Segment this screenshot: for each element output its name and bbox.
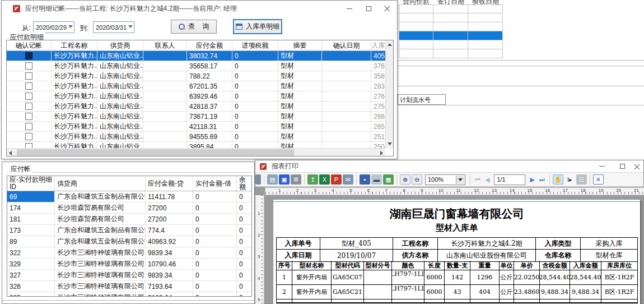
table-row[interactable]: 69 广东合和建筑五金制品有限公司 11411.78 0 0: [7, 191, 251, 202]
table-row[interactable]: 325 长沙市三湘特种玻璃有限公司 9123.64 0 0: [7, 292, 251, 296]
maximize-button[interactable]: [359, 1, 378, 16]
table-row[interactable]: 长沙万科魅力... 山东南山铝业... 67201.35 0 型材 283: [7, 81, 385, 91]
supplier-cell: 山东南山铝业...: [97, 142, 143, 148]
minimize-button[interactable]: [592, 160, 612, 172]
location-cell: B区-1R2F: [601, 285, 637, 299]
confirm-checkbox[interactable]: [25, 72, 32, 80]
stockin-cell: 358: [371, 71, 385, 81]
ruler-number: 1: [278, 188, 281, 193]
confirm-checkbox[interactable]: [25, 62, 32, 70]
confirm-cell: [7, 112, 52, 121]
book-icon[interactable]: ▣: [279, 174, 290, 185]
zoom-select[interactable]: 100%: [425, 174, 465, 185]
table-row[interactable]: 89 广东合和建筑五金制品有限公司 40963.92 0 0: [7, 236, 251, 247]
excel-export-icon[interactable]: X: [319, 174, 330, 185]
close-button[interactable]: [632, 160, 642, 172]
amount-cell: 63929.46: [187, 91, 232, 101]
table-header-row[interactable]: 应-实付款明细ID 供货商 应付金额-贷 实付金额-借 余额: [7, 176, 251, 191]
printer-icon[interactable]: ▤: [267, 174, 278, 185]
table-row[interactable]: 长沙万科魅力... 山东南山铝业... 3895.84 0 型材 250: [7, 142, 385, 148]
confirm-checkbox[interactable]: [25, 82, 32, 90]
confirm-checkbox[interactable]: [25, 103, 32, 110]
subno-cell: [364, 270, 392, 284]
panel-toggle-icon[interactable]: [255, 174, 261, 185]
confirm-checkbox[interactable]: [25, 123, 32, 130]
prev-page-icon[interactable]: ◀: [485, 176, 489, 183]
scroll-right-icon[interactable]: [380, 151, 383, 155]
confirm-checkbox[interactable]: [25, 143, 32, 148]
table-row[interactable]: 181 长沙坦森贸易有限公司 27200 0 0: [7, 214, 251, 225]
text-select-tool-icon[interactable]: I▸: [564, 174, 575, 185]
confirm-checkbox[interactable]: [25, 113, 32, 120]
table-row[interactable]: [399, 13, 503, 22]
ruler-ticks: [261, 195, 263, 304]
query-button[interactable]: 查 询: [171, 20, 217, 34]
titlebar[interactable]: 应付明细记帐------当前工程: 长沙万科魅力之城4.2期------当前用户…: [2, 1, 397, 16]
table-row[interactable]: 329 长沙市三湘特种玻璃有限公司 10790.46 0 0: [7, 259, 251, 270]
from-date-select[interactable]: 2020/02/29: [33, 21, 74, 33]
table-row[interactable]: [399, 49, 503, 58]
next-page-icon[interactable]: ▶: [530, 176, 534, 183]
print-setup-icon[interactable]: ⚙: [291, 174, 301, 185]
table-row[interactable]: [399, 22, 503, 31]
table-row[interactable]: 173 广东合和建筑五金制品有限公司 774.4 0 0: [7, 225, 251, 236]
single-page-icon[interactable]: ▬: [371, 174, 382, 185]
table-row[interactable]: 174 长沙坦森贸易有限公司 27200 0 0: [7, 202, 251, 214]
summary-cell: 型材: [278, 102, 322, 111]
multi-page-icon[interactable]: ▦: [383, 174, 394, 185]
copy-icon[interactable]: ☷: [576, 174, 587, 185]
table-row[interactable]: 长沙万科魅力... 山东南山铝业... 94555.69 0 型材 251: [7, 132, 385, 142]
vertical-scrollbar[interactable]: [385, 40, 393, 148]
confirm-checkbox[interactable]: [25, 133, 32, 140]
horizontal-scrollbar[interactable]: [7, 148, 385, 156]
table-row[interactable]: [399, 4, 503, 13]
summary-cell: 型材: [278, 112, 322, 121]
to-date-select[interactable]: 2020/03/31: [93, 21, 134, 33]
table-row[interactable]: 长沙万科魅力... 山东南山铝业... 73671.19 0 型材 266: [7, 112, 385, 122]
tax-cell: 0: [232, 71, 278, 81]
table-row[interactable]: 326 长沙市三湘特种玻璃有限公司 7193.64 0 0: [7, 281, 251, 292]
table-row[interactable]: 327 长沙市三湘特种玻璃有限公司 9839.34 0 0: [7, 270, 251, 281]
table-row[interactable]: 长沙万科魅力... 山东南山铝业... 35658.17 0 型材 376: [7, 61, 385, 71]
table-header-row[interactable]: 确认记帐 工程名称 供货商 联系人 应付金额 进项税额 摘要 确认日期 入库: [7, 40, 385, 51]
table-row[interactable]: 长沙万科魅力... 山东南山铝业... 38032.74 0 型材 405: [7, 51, 385, 61]
scroll-left-icon[interactable]: [9, 151, 12, 155]
minimize-button[interactable]: [340, 1, 359, 16]
hand-tool-icon[interactable]: ✋: [553, 174, 563, 185]
table-row[interactable]: 长沙万科魅力... 山东南山铝业... 63929.46 0 型材 276: [7, 91, 385, 102]
export-icon[interactable]: ↥: [307, 174, 318, 185]
weight-cell: 1296: [470, 270, 500, 284]
info-value: 2019/10/07: [320, 250, 393, 261]
table-row-selected[interactable]: [399, 31, 503, 40]
col-profile-name: 型材名称: [292, 261, 332, 270]
app-icon: [260, 163, 267, 170]
table-row[interactable]: [399, 40, 503, 49]
vertical-ruler: 12345: [255, 195, 264, 304]
table-row[interactable]: 322 长沙市三湘特种玻璃有限公司 9839.34 0 0: [7, 247, 251, 259]
last-page-icon[interactable]: ⏭: [539, 176, 545, 183]
table-row[interactable]: 长沙万科魅力... 山东南山铝业... 788.22 0 型材 358: [7, 71, 385, 81]
scroll-down-icon[interactable]: [388, 142, 392, 145]
zoom-out-icon[interactable]: ⊖: [412, 174, 422, 185]
mail-icon[interactable]: ✉: [343, 174, 353, 185]
page-number-input[interactable]: 1/1: [494, 174, 525, 185]
titlebar[interactable]: 报表打印: [255, 160, 643, 173]
maximize-button[interactable]: [612, 160, 632, 172]
confirm-checkbox[interactable]: [25, 52, 32, 59]
ruler-number: 10: [438, 188, 444, 193]
scroll-up-icon[interactable]: [388, 43, 392, 46]
close-preview-icon[interactable]: ✕: [593, 174, 604, 185]
stockin-detail-button[interactable]: 入库单明细: [233, 19, 282, 34]
close-button[interactable]: [378, 1, 397, 16]
table-row[interactable]: 长沙万科魅力... 山东南山铝业... 42818.37 0 型材 275: [7, 102, 385, 112]
confirm-checkbox[interactable]: [25, 93, 32, 100]
ruler-number: 4: [332, 188, 334, 193]
first-page-icon[interactable]: ⏮: [475, 176, 480, 183]
scrollbar-thumb[interactable]: [17, 149, 294, 156]
zoom-in-icon[interactable]: ⊕: [400, 174, 410, 185]
save-icon[interactable]: ▪: [360, 174, 370, 185]
pdf-export-icon[interactable]: P: [331, 174, 342, 185]
tax-amount-cell: 28,544.40: [540, 270, 570, 284]
table-row[interactable]: 长沙万科魅力... 山东南山铝业... 42118.31 0 型材 265: [7, 122, 385, 132]
supplier-cell: 广东合和建筑五金制品有限公司: [55, 191, 146, 202]
